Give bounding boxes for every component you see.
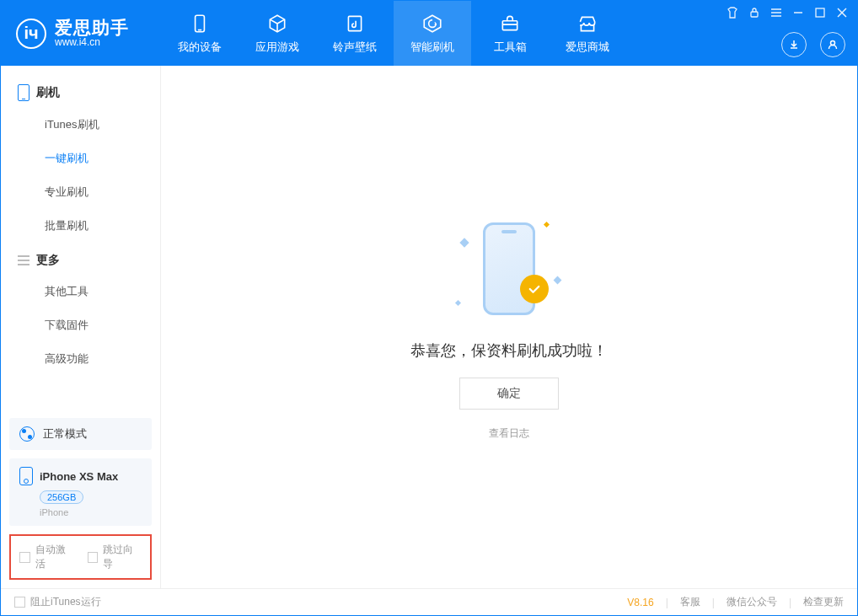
view-log-link[interactable]: 查看日志	[489, 426, 529, 441]
sidebar-item-advanced[interactable]: 高级功能	[1, 342, 160, 376]
checkbox-icon	[14, 597, 25, 608]
app-header: iч 爱思助手 www.i4.cn 我的设备 应用游戏 铃声壁纸 智能刷机 工具…	[1, 1, 857, 66]
sidebar-item-oneclick-flash[interactable]: 一键刷机	[1, 142, 160, 175]
device-icon	[189, 13, 211, 35]
list-icon	[18, 255, 29, 265]
svg-rect-2	[348, 16, 361, 30]
checkbox-skip-wizard[interactable]: 跳过向导	[88, 543, 142, 571]
checkbox-icon	[88, 552, 99, 563]
version-label: V8.16	[627, 597, 653, 608]
lock-icon[interactable]	[748, 6, 761, 19]
tab-label: 铃声壁纸	[333, 40, 377, 55]
close-button[interactable]	[835, 6, 849, 19]
device-card[interactable]: iPhone XS Max 256GB iPhone	[9, 458, 152, 526]
sidebar-item-pro-flash[interactable]: 专业刷机	[1, 175, 160, 209]
footer-link-update[interactable]: 检查更新	[803, 595, 844, 609]
check-badge-icon	[520, 275, 549, 303]
checkbox-icon	[19, 552, 30, 563]
sidebar-item-itunes-flash[interactable]: iTunes刷机	[1, 108, 160, 142]
main-content: 恭喜您，保资料刷机成功啦！ 确定 查看日志	[161, 66, 857, 588]
tab-store[interactable]: 爱思商城	[549, 1, 626, 66]
section-title: 刷机	[36, 85, 60, 100]
status-bar: 阻止iTunes运行 V8.16 | 客服 | 微信公众号 | 检查更新	[1, 588, 857, 615]
main-tabs: 我的设备 应用游戏 铃声壁纸 智能刷机 工具箱 爱思商城	[161, 1, 626, 66]
svg-rect-3	[502, 20, 517, 29]
checkbox-auto-activate[interactable]: 自动激活	[19, 543, 74, 571]
sidebar-section-more: 更多	[1, 243, 160, 275]
device-name: iPhone XS Max	[40, 470, 118, 483]
tab-label: 应用游戏	[255, 40, 299, 55]
store-icon	[576, 13, 598, 35]
svg-rect-9	[816, 8, 824, 17]
mode-card[interactable]: 正常模式	[9, 418, 152, 450]
tab-label: 爱思商城	[566, 40, 609, 55]
tab-toolbox[interactable]: 工具箱	[471, 1, 549, 66]
logo-icon: iч	[16, 19, 46, 49]
tab-label: 智能刷机	[410, 40, 454, 55]
tab-label: 工具箱	[494, 40, 527, 55]
header-actions	[781, 32, 845, 57]
sidebar-item-download-firmware[interactable]: 下载固件	[1, 308, 160, 342]
sidebar: 刷机 iTunes刷机 一键刷机 专业刷机 批量刷机 更多 其他工具 下载固件 …	[1, 66, 161, 588]
svg-point-12	[831, 41, 835, 46]
section-title: 更多	[36, 253, 60, 268]
minimize-button[interactable]	[791, 6, 805, 19]
logo-area: iч 爱思助手 www.i4.cn	[1, 1, 161, 66]
success-message: 恭喜您，保资料刷机成功啦！	[410, 340, 608, 361]
tab-smart-flash[interactable]: 智能刷机	[394, 1, 471, 66]
tab-my-device[interactable]: 我的设备	[161, 1, 239, 66]
sidebar-item-batch-flash[interactable]: 批量刷机	[1, 209, 160, 243]
sidebar-item-other-tools[interactable]: 其他工具	[1, 275, 160, 308]
music-icon	[344, 13, 366, 35]
user-button[interactable]	[820, 32, 845, 57]
refresh-icon	[421, 13, 443, 35]
download-button[interactable]	[781, 32, 807, 57]
shirt-icon[interactable]	[726, 6, 739, 19]
app-name-cn: 爱思助手	[55, 18, 129, 37]
maximize-button[interactable]	[813, 6, 827, 19]
checkbox-label: 自动激活	[35, 543, 74, 571]
window-controls	[726, 6, 849, 19]
app-name-en: www.i4.cn	[55, 37, 129, 48]
tab-label: 我的设备	[178, 40, 222, 55]
sidebar-section-flash: 刷机	[1, 74, 160, 108]
highlighted-options: 自动激活 跳过向导	[9, 534, 152, 580]
device-capacity: 256GB	[40, 490, 83, 504]
tab-apps-games[interactable]: 应用游戏	[239, 1, 316, 66]
logo-text: 爱思助手 www.i4.cn	[55, 18, 129, 48]
mode-icon	[19, 426, 35, 442]
tab-ringtones[interactable]: 铃声壁纸	[316, 1, 394, 66]
footer-link-support[interactable]: 客服	[680, 595, 700, 609]
device-subtype: iPhone	[40, 507, 142, 517]
checkbox-block-itunes[interactable]: 阻止iTunes运行	[14, 595, 101, 609]
checkbox-label: 阻止iTunes运行	[30, 595, 101, 609]
device-icon	[19, 467, 33, 485]
success-illustration	[454, 214, 564, 324]
mode-label: 正常模式	[43, 426, 87, 442]
ok-button[interactable]: 确定	[459, 378, 559, 410]
checkbox-label: 跳过向导	[103, 543, 142, 571]
toolbox-icon	[499, 13, 521, 35]
menu-icon[interactable]	[770, 6, 783, 19]
cube-icon	[266, 13, 288, 35]
phone-icon	[18, 84, 29, 101]
footer-link-wechat[interactable]: 微信公众号	[727, 595, 777, 609]
svg-rect-4	[751, 12, 758, 17]
